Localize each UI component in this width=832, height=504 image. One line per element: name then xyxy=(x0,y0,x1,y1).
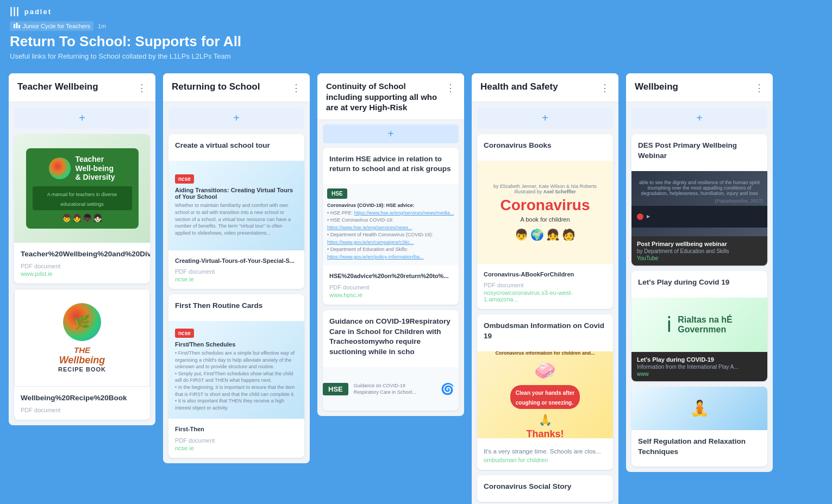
card-file: Creating-Virtual-Tours-of-Your-Special-S… xyxy=(175,257,298,265)
card-url: www.pdst.ie xyxy=(21,270,143,277)
padlet-logo: ||| padlet xyxy=(10,5,822,17)
column-wellbeing: Wellbeing ⋮ + DES Post Primary Wellbeing… xyxy=(626,73,773,472)
card-title: Create a virtual school tour xyxy=(175,141,298,151)
card-covid-guidance[interactable]: Guidance on COVID-19Respiratory Care in … xyxy=(323,310,459,411)
card-teacher-wellbeing-diversity[interactable]: TeacherWell-being& Diversity A manual fo… xyxy=(14,134,150,284)
card-title: DES Post Primary Wellbeing Webinar xyxy=(638,141,761,161)
card-title: Interim HSE advice in relation to return… xyxy=(329,154,452,175)
top-bar: ||| padlet Junior Cycle for Teachers 1m … xyxy=(0,0,832,60)
card-title: Teacher%20Wellbeing%20and%20Divers... xyxy=(21,249,143,260)
column-title: Continuity of School including supportin… xyxy=(326,81,443,113)
cards-list: TeacherWell-being& Diversity A manual fo… xyxy=(9,134,155,425)
card-title: Let's Play during Covid 19 xyxy=(638,278,761,288)
column-menu-button[interactable]: ⋮ xyxy=(135,81,149,95)
column-header-continuity: Continuity of School including supportin… xyxy=(317,73,464,120)
page-title: Return To School: Supports for All xyxy=(10,33,822,50)
card-coronavirus-books[interactable]: Coronavirus Books by Elizabeth Jenner, K… xyxy=(477,134,613,309)
card-title: Guidance on COVID-19Respiratory Care in … xyxy=(329,317,452,358)
card-meta: PDF document xyxy=(329,284,452,291)
column-menu-button[interactable]: ⋮ xyxy=(598,81,612,95)
column-returning-to-school: Returning to School ⋮ + Create a virtual… xyxy=(163,73,310,463)
card-self-regulation[interactable]: 🧘 Self Regulation and Relaxation Techniq… xyxy=(631,387,767,467)
card-title: Self Regulation and Relaxation Technique… xyxy=(638,437,761,457)
overlay-title: Let's Play during COVID-19 xyxy=(637,356,762,363)
column-menu-button[interactable]: ⋮ xyxy=(289,81,303,95)
ncse-logo-icon: ncse xyxy=(175,329,194,338)
svg-rect-0 xyxy=(14,24,15,28)
overlay-url: www xyxy=(637,371,762,377)
card-meta: PDF document xyxy=(175,268,298,275)
card-meta: PDF document xyxy=(484,282,606,288)
cards-list: Coronavirus Books by Elizabeth Jenner, K… xyxy=(472,134,618,504)
card-ombudsman[interactable]: Ombudsman Information on Covid 19 Corona… xyxy=(477,314,613,470)
add-card-button[interactable]: + xyxy=(14,108,150,129)
overlay-sub: Information from the International Play … xyxy=(637,364,762,370)
ncse-logo-icon: ncse xyxy=(175,174,194,184)
card-virtual-school-tour[interactable]: Create a virtual school tour ncse Aiding… xyxy=(168,134,304,289)
card-url: www.hpsc.ie xyxy=(329,292,452,298)
column-header-health: Health and Safety ⋮ xyxy=(472,73,618,102)
svg-rect-1 xyxy=(16,23,18,28)
column-title: Teacher Wellbeing xyxy=(17,81,135,93)
cards-list: DES Post Primary Wellbeing Webinar able … xyxy=(626,134,773,472)
card-url: ncse.ie xyxy=(175,445,298,451)
svg-rect-2 xyxy=(18,25,20,28)
card-meta: PDF document xyxy=(21,263,143,269)
card-url: ombudsman for children xyxy=(484,457,606,463)
add-card-button[interactable]: + xyxy=(477,108,613,129)
column-title: Returning to School xyxy=(172,81,289,93)
card-lets-play-covid[interactable]: Let's Play during Covid 19 ⅰ Rialtas na … xyxy=(631,271,767,381)
column-header-wellbeing: Wellbeing ⋮ xyxy=(626,73,773,102)
board: Teacher Wellbeing ⋮ + TeacherWell-being&… xyxy=(0,67,832,504)
card-file: HSE%20advice%20on%20return%20to%... xyxy=(329,272,452,280)
column-continuity-of-school: Continuity of School including supportin… xyxy=(317,73,464,416)
post-time: 1m xyxy=(98,23,106,29)
header-meta: Junior Cycle for Teachers 1m xyxy=(10,21,822,31)
card-des-webinar[interactable]: DES Post Primary Wellbeing Webinar able … xyxy=(631,134,767,266)
card-url: ncse.ie xyxy=(175,276,298,282)
page-subtitle: Useful links for Returning to School col… xyxy=(10,52,822,60)
column-menu-button[interactable]: ⋮ xyxy=(752,81,766,95)
card-file: Coronavirus-ABookForChildren xyxy=(484,270,606,279)
card-description: It's a very strange time. Schools are cl… xyxy=(484,447,606,456)
add-card-button[interactable]: + xyxy=(323,124,459,143)
column-title: Wellbeing xyxy=(635,81,752,93)
card-url: nosycrowcoronavirus.s3-eu-west-1.amazona… xyxy=(484,289,606,303)
card-hse-advice[interactable]: Interim HSE advice in relation to return… xyxy=(323,148,459,305)
card-file: First-Then xyxy=(175,425,298,433)
card-title: Ombudsman Information on Covid 19 xyxy=(484,321,606,342)
column-header-teacher-wellbeing: Teacher Wellbeing ⋮ xyxy=(9,73,155,102)
card-wellbeing-recipe-book[interactable]: 🌿 THE Wellbeing RECIPE BOOK Wellbeing%20… xyxy=(14,289,150,420)
card-meta: PDF document xyxy=(175,437,298,444)
column-title: Health and Safety xyxy=(480,81,598,93)
card-meta: PDF document xyxy=(21,407,143,413)
card-first-then-routine[interactable]: First Then Routine Cards ncse First/Then… xyxy=(168,294,304,457)
card-coronavirus-social-story[interactable]: Coronavirus Social Story xyxy=(477,475,613,502)
add-card-button[interactable]: + xyxy=(168,108,304,129)
cards-list: Create a virtual school tour ncse Aiding… xyxy=(163,134,310,463)
overlay-title: Post Primary wellbeing webinar xyxy=(637,241,762,247)
column-menu-button[interactable]: ⋮ xyxy=(443,81,458,95)
card-title: Coronavirus Books xyxy=(484,141,606,151)
card-title: First Then Routine Cards xyxy=(175,301,298,311)
card-title: Coronavirus Social Story xyxy=(484,482,606,492)
org-badge: Junior Cycle for Teachers xyxy=(10,21,93,31)
org-icon xyxy=(13,22,21,30)
column-header-returning: Returning to School ⋮ xyxy=(163,73,310,102)
overlay-url: YouTube xyxy=(637,255,762,261)
cards-list: Interim HSE advice in relation to return… xyxy=(317,148,464,417)
overlay-sub: by Department of Education and Skills xyxy=(637,248,762,254)
add-card-button[interactable]: + xyxy=(631,108,767,129)
column-health-and-safety: Health and Safety ⋮ + Coronavirus Books … xyxy=(472,73,618,504)
column-teacher-wellbeing: Teacher Wellbeing ⋮ + TeacherWell-being&… xyxy=(9,73,155,425)
card-title: Wellbeing%20Recipe%20Book xyxy=(21,393,143,404)
